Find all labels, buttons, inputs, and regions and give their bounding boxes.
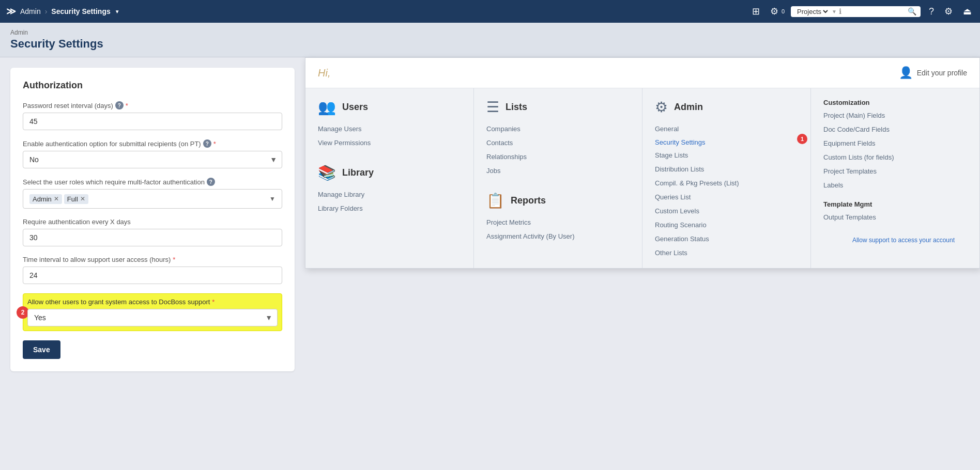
menu-item-companies[interactable]: Companies <box>486 124 630 134</box>
auth-submittal-required: * <box>213 140 216 148</box>
save-button[interactable]: Save <box>23 340 60 359</box>
menu-col-admin: ⚙ Admin General Security Settings 1 Stag… <box>642 88 811 268</box>
docboss-support-select-wrapper: Yes No ▼ <box>27 309 278 326</box>
nav-separator: › <box>45 7 48 15</box>
menu-item-generation-status[interactable]: Generation Status <box>655 234 798 244</box>
authorization-card: Authorization Password reset interval (d… <box>10 68 295 371</box>
menu-item-labels[interactable]: Labels <box>823 180 967 190</box>
notifications-button[interactable]: ⊞ <box>750 4 762 19</box>
library-subsection: 📚 Library Manage Library Library Folders <box>318 164 461 213</box>
menu-item-manage-users[interactable]: Manage Users <box>318 124 461 134</box>
lists-section-header: ☰ Lists <box>486 99 630 116</box>
menu-item-relationships[interactable]: Relationships <box>486 152 630 162</box>
support-hours-required: * <box>173 256 175 263</box>
users-menu-items: Manage Users View Permissions <box>318 124 461 148</box>
docboss-support-select[interactable]: Yes No <box>27 309 278 326</box>
tag-admin: Admin ✕ <box>29 194 62 204</box>
menu-item-queries-list[interactable]: Queries List <box>655 192 798 202</box>
search-box[interactable]: Projects ▼ ℹ 🔍 <box>791 6 921 17</box>
reports-icon: 📋 <box>486 192 504 209</box>
support-hours-input[interactable] <box>23 267 282 284</box>
menu-item-project-main-fields[interactable]: Project (Main) Fields <box>823 111 967 120</box>
docboss-support-group: Allow other users to grant system access… <box>23 293 282 331</box>
mfa-roles-help-icon[interactable]: ? <box>207 178 215 186</box>
mfa-roles-tags-input[interactable]: Admin ✕ Full ✕ ▼ <box>23 189 282 209</box>
support-hours-label: Time interval to allow support user acce… <box>23 256 282 263</box>
profile-icon: 👤 <box>899 66 913 80</box>
settings-button[interactable]: ⚙ <box>768 4 780 19</box>
menu-item-other-lists[interactable]: Other Lists <box>655 248 798 258</box>
gear-button[interactable]: ⚙ <box>942 4 955 19</box>
help-button[interactable]: ? <box>927 4 936 19</box>
mfa-roles-label: Select the user roles which require mult… <box>23 178 282 186</box>
menu-col-lists: ☰ Lists Companies Contacts Relationships… <box>474 88 642 268</box>
library-icon: 📚 <box>318 164 336 181</box>
menu-grid: 👥 Users Manage Users View Permissions 📚 … <box>305 88 979 268</box>
nav-current-page[interactable]: Security Settings <box>51 7 110 15</box>
allow-support-section: Allow support to access your account <box>823 232 967 248</box>
menu-item-library-folders[interactable]: Library Folders <box>318 203 461 213</box>
nav-breadcrumb: Admin › Security Settings ▼ <box>20 7 120 15</box>
password-reset-help-icon[interactable]: ? <box>115 101 124 109</box>
nav-dropdown-arrow-icon[interactable]: ▼ <box>115 9 120 14</box>
library-section-title: Library <box>342 167 374 178</box>
reports-subsection: 📋 Reports Project Metrics Assignment Act… <box>486 192 630 241</box>
menu-item-jobs[interactable]: Jobs <box>486 166 630 176</box>
menu-item-general[interactable]: General <box>655 124 798 134</box>
settings-badge-count: 0 <box>782 8 785 14</box>
admin-section-header: ⚙ Admin <box>655 99 798 116</box>
auth-days-group: Require authentication every X days <box>23 218 282 246</box>
customization-subsection: Customization Project (Main) Fields Doc … <box>823 99 967 190</box>
search-icon[interactable]: 🔍 <box>908 7 916 15</box>
tag-full: Full ✕ <box>64 194 88 204</box>
support-hours-group: Time interval to allow support user acce… <box>23 256 282 284</box>
logout-button[interactable]: ⏏ <box>961 4 974 19</box>
card-title: Authorization <box>23 80 282 91</box>
users-section-title: Users <box>342 102 368 113</box>
password-reset-input[interactable] <box>23 113 282 130</box>
menu-item-doc-code-card-fields[interactable]: Doc Code/Card Fields <box>823 124 967 134</box>
lists-icon: ☰ <box>486 99 499 116</box>
library-section-header: 📚 Library <box>318 164 461 181</box>
tag-admin-remove[interactable]: ✕ <box>54 195 59 202</box>
page-title: Security Settings <box>10 37 970 51</box>
menu-item-security-settings[interactable]: Security Settings <box>655 137 706 147</box>
template-mgmt-subsection: Template Mgmt Output Templates <box>823 200 967 222</box>
tags-dropdown-icon[interactable]: ▼ <box>269 195 275 202</box>
menu-item-project-templates[interactable]: Project Templates <box>823 166 967 176</box>
menu-item-compil-pkg-presets[interactable]: Compil. & Pkg Presets (List) <box>655 178 798 188</box>
menu-item-equipment-fields[interactable]: Equipment Fields <box>823 138 967 148</box>
menu-item-stage-lists[interactable]: Stage Lists <box>655 150 798 160</box>
menu-item-output-templates[interactable]: Output Templates <box>823 212 967 222</box>
auth-submittal-help-icon[interactable]: ? <box>203 139 211 148</box>
menu-item-distribution-lists[interactable]: Distribution Lists <box>655 164 798 174</box>
main-content: Authorization Password reset interval (d… <box>0 57 980 470</box>
hi-bar: Hi, 👤 Edit your profile <box>305 58 979 88</box>
auth-submittal-select-wrapper: No Yes ▼ <box>23 151 282 168</box>
edit-profile-link[interactable]: 👤 Edit your profile <box>899 66 967 80</box>
menu-item-view-permissions[interactable]: View Permissions <box>318 138 461 148</box>
menu-item-contacts[interactable]: Contacts <box>486 138 630 148</box>
search-input[interactable] <box>844 8 906 15</box>
nav-logo[interactable]: ≫ <box>6 6 16 17</box>
menu-item-manage-library[interactable]: Manage Library <box>318 190 461 199</box>
auth-days-input[interactable] <box>23 229 282 246</box>
search-scope-select[interactable]: Projects <box>795 7 830 16</box>
menu-item-custom-lists-fields[interactable]: Custom Lists (for fields) <box>823 152 967 162</box>
reports-section-header: 📋 Reports <box>486 192 630 209</box>
info-icon[interactable]: ℹ <box>839 7 841 15</box>
tag-full-remove[interactable]: ✕ <box>80 195 85 202</box>
nav-admin-link[interactable]: Admin <box>20 7 41 15</box>
menu-item-assignment-activity[interactable]: Assignment Activity (By User) <box>486 231 630 241</box>
step-badge-1: 1 <box>797 134 807 144</box>
allow-support-link[interactable]: Allow support to access your account <box>823 232 967 248</box>
auth-submittal-label: Enable authentication option for submitt… <box>23 139 282 148</box>
menu-item-routing-scenario[interactable]: Routing Scenario <box>655 220 798 230</box>
nav-actions: ⊞ ⚙ 0 Projects ▼ ℹ 🔍 ? ⚙ ⏏ <box>750 4 974 19</box>
customization-menu-items: Project (Main) Fields Doc Code/Card Fiel… <box>823 111 967 190</box>
breadcrumb: Admin <box>10 29 970 36</box>
library-menu-items: Manage Library Library Folders <box>318 190 461 213</box>
menu-item-project-metrics[interactable]: Project Metrics <box>486 217 630 227</box>
menu-item-custom-levels[interactable]: Custom Levels <box>655 206 798 216</box>
auth-submittal-select[interactable]: No Yes <box>23 151 282 168</box>
